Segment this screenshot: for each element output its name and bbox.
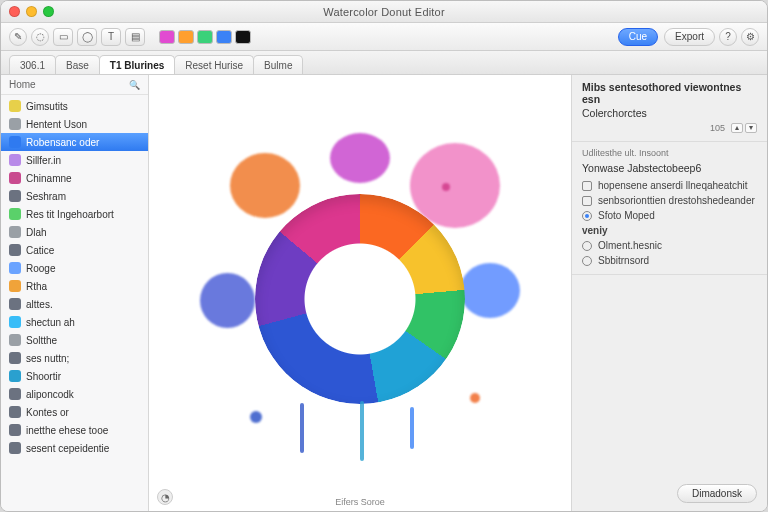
sidebar-item-label: Seshram	[26, 191, 66, 202]
option-label: veniy	[582, 225, 608, 236]
sidebar-item-label: ses nuttn;	[26, 353, 69, 364]
color-swatch[interactable]	[197, 30, 213, 44]
inspector-group-label: Yonwase Jabstectobeep6	[582, 162, 757, 174]
stepper-up-icon[interactable]: ▴	[731, 123, 743, 133]
sidebar-list: GimsutitsHentent UsonRobensanc oderSillf…	[1, 95, 148, 459]
tab[interactable]: 306.1	[9, 55, 56, 74]
sidebar-header-label: Home	[9, 79, 36, 90]
sidebar-item-label: Rtha	[26, 281, 47, 292]
sidebar-item-icon	[9, 442, 21, 454]
sidebar-item-icon	[9, 406, 21, 418]
sidebar-item[interactable]: aliponcodk	[1, 385, 148, 403]
color-swatch[interactable]	[216, 30, 232, 44]
sidebar-item[interactable]: Seshram	[1, 187, 148, 205]
sidebar-item[interactable]: alttes.	[1, 295, 148, 313]
toolbar-pill[interactable]: Export	[664, 28, 715, 46]
inspector-option[interactable]: Sbbitrnsord	[582, 253, 757, 268]
toolbar-primary: ✎ ◌ ▭ ◯ T ▤ CueExport ? ⚙	[1, 23, 767, 51]
sidebar-item-label: Soltthe	[26, 335, 57, 346]
sidebar-item-label: Hentent Uson	[26, 119, 87, 130]
inspector-section-header: Udlitesthe ult. Insoont	[582, 148, 757, 158]
sidebar-item-label: alttes.	[26, 299, 53, 310]
sidebar-item[interactable]: Res tit Ingehoarbort	[1, 205, 148, 223]
inspector-title-section: Mibs sentesothored viewontnes esn Colerc…	[572, 75, 767, 142]
radio-icon[interactable]	[582, 256, 592, 266]
tab[interactable]: Reset Hurise	[174, 55, 254, 74]
canvas[interactable]: ◔ Eifers Soroe	[149, 75, 572, 511]
toolbar-pill[interactable]: Cue	[618, 28, 658, 46]
tool-eraser-icon[interactable]: ◌	[31, 28, 49, 46]
inspector-option[interactable]: Olment.hesnic	[582, 238, 757, 253]
canvas-corner-button[interactable]: ◔	[157, 489, 173, 505]
window-title: Watercolor Donut Editor	[1, 6, 767, 18]
sidebar-item[interactable]: Soltthe	[1, 331, 148, 349]
sidebar-item-icon	[9, 190, 21, 202]
sidebar-item[interactable]: Sillfer.in	[1, 151, 148, 169]
sidebar-header: Home 🔍	[1, 75, 148, 95]
option-label: senbsorionttien drestohshedeander	[598, 195, 755, 206]
sidebar-item-icon	[9, 244, 21, 256]
sidebar-item[interactable]: sesent cepeidentie	[1, 439, 148, 457]
sidebar-item-label: Robensanc oder	[26, 137, 99, 148]
checkbox-icon[interactable]	[582, 181, 592, 191]
tool-shape-icon[interactable]: ◯	[77, 28, 97, 46]
sidebar-item-label: Shoortir	[26, 371, 61, 382]
inspector-option[interactable]: hopensene anserdi llneqaheatchit	[582, 178, 757, 193]
sidebar-item-label: Sillfer.in	[26, 155, 61, 166]
tool-text-icon[interactable]: T	[101, 28, 121, 46]
stepper-down-icon[interactable]: ▾	[745, 123, 757, 133]
color-swatch[interactable]	[235, 30, 251, 44]
sidebar-item[interactable]: Kontes or	[1, 403, 148, 421]
sidebar-item-icon	[9, 316, 21, 328]
sidebar-item[interactable]: Dlah	[1, 223, 148, 241]
sidebar-item-label: Res tit Ingehoarbort	[26, 209, 114, 220]
sidebar-item[interactable]: Hentent Uson	[1, 115, 148, 133]
option-label: Sfoto Moped	[598, 210, 655, 221]
tool-brush-icon[interactable]: ✎	[9, 28, 27, 46]
sidebar-item-label: Kontes or	[26, 407, 69, 418]
search-icon[interactable]: 🔍	[129, 80, 140, 90]
sidebar-item-icon	[9, 262, 21, 274]
sidebar-item[interactable]: Catice	[1, 241, 148, 259]
tab[interactable]: T1 Blurines	[99, 55, 175, 74]
help-icon[interactable]: ?	[719, 28, 737, 46]
sidebar-item[interactable]: Gimsutits	[1, 97, 148, 115]
tab[interactable]: Bulme	[253, 55, 303, 74]
color-swatch[interactable]	[178, 30, 194, 44]
artwork	[210, 143, 510, 443]
sidebar-item[interactable]: Rtha	[1, 277, 148, 295]
sidebar-item-label: Dlah	[26, 227, 47, 238]
tool-select-icon[interactable]: ▭	[53, 28, 73, 46]
apply-button[interactable]: Dimadonsk	[677, 484, 757, 503]
tab[interactable]: Base	[55, 55, 100, 74]
sidebar-item-icon	[9, 352, 21, 364]
option-label: Olment.hesnic	[598, 240, 662, 251]
color-swatch[interactable]	[159, 30, 175, 44]
option-label: hopensene anserdi llneqaheatchit	[598, 180, 748, 191]
canvas-footer-label: Eifers Soroe	[335, 497, 385, 507]
sidebar-item[interactable]: shectun ah	[1, 313, 148, 331]
sidebar-item-label: inetthe ehese tooe	[26, 425, 108, 436]
sidebar-item[interactable]: Rooge	[1, 259, 148, 277]
main-columns: Home 🔍 GimsutitsHentent UsonRobensanc od…	[1, 75, 767, 511]
sidebar-item-label: shectun ah	[26, 317, 75, 328]
sidebar-item[interactable]: Shoortir	[1, 367, 148, 385]
tool-fill-icon[interactable]: ▤	[125, 28, 145, 46]
sidebar-item-label: sesent cepeidentie	[26, 443, 109, 454]
sidebar-item-label: aliponcodk	[26, 389, 74, 400]
inspector-option[interactable]: senbsorionttien drestohshedeander	[582, 193, 757, 208]
sidebar-item[interactable]: Robensanc oder	[1, 133, 148, 151]
inspector-footer: Dimadonsk	[572, 476, 767, 511]
sidebar-item[interactable]: inetthe ehese tooe	[1, 421, 148, 439]
radio-icon[interactable]	[582, 211, 592, 221]
sidebar-item-label: Rooge	[26, 263, 55, 274]
value-stepper[interactable]: ▴ ▾	[731, 123, 757, 133]
radio-icon[interactable]	[582, 241, 592, 251]
inspector-options-section: Udlitesthe ult. Insoont Yonwase Jabstect…	[572, 142, 767, 275]
sidebar-item[interactable]: ses nuttn;	[1, 349, 148, 367]
sidebar-item-icon	[9, 370, 21, 382]
inspector-option[interactable]: Sfoto Moped	[582, 208, 757, 223]
settings-icon[interactable]: ⚙	[741, 28, 759, 46]
checkbox-icon[interactable]	[582, 196, 592, 206]
sidebar-item[interactable]: Chinamne	[1, 169, 148, 187]
